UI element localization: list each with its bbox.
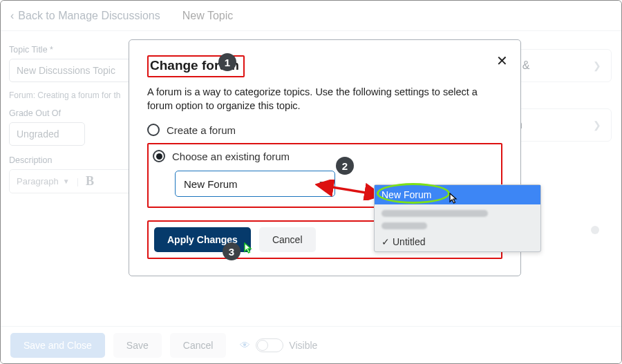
bottom-bar: Save and Close Save Cancel 👁 Visible [1,326,621,363]
topic-title-value: New Discussions Topic [17,65,115,76]
chevron-right-icon: ❯ [593,60,601,71]
grade-label: Grade Out Of [9,108,140,118]
chevron-left-icon: ‹ [10,10,14,22]
dropdown-item-label: Untitled [393,236,425,247]
callout-badge-3: 3 [223,242,241,260]
paragraph-style-label: Paragraph [17,176,59,186]
dropdown-item-label: New Forum [381,189,431,200]
visibility-toggle[interactable]: 👁 Visible [240,338,317,352]
visibility-label: Visible [289,340,317,351]
svg-line-0 [319,185,379,195]
modal-cancel-button[interactable]: Cancel [259,227,316,252]
radio-selected-icon[interactable] [153,150,165,162]
eye-icon: 👁 [240,339,250,351]
callout-badge-2: 2 [336,157,354,175]
forum-select[interactable]: New Forum ▼ [175,171,335,197]
cursor-icon [244,242,254,256]
check-icon: ✓ [381,236,390,247]
cursor-icon [449,193,459,206]
topic-title-label: Topic Title * [9,45,140,55]
dropdown-items-blurred [375,204,540,232]
top-bar: ‹ Back to Manage Discussions New Topic [1,1,621,31]
option-choose-label: Choose an existing forum [172,151,290,162]
forum-select-value: New Forum [184,178,238,190]
option-create-label: Create a forum [167,124,236,136]
chevron-down-icon: ▼ [63,178,70,185]
paragraph-style-select[interactable]: Paragraph ▼ [17,176,70,186]
page-title: New Topic [173,10,234,22]
modal-description: A forum is a way to categorize topics. U… [147,86,502,113]
dropdown-item[interactable]: ✓Untitled [375,232,540,251]
radio-unselected-icon[interactable] [147,124,160,136]
bold-icon[interactable]: B [86,174,94,189]
description-toolbar[interactable]: Paragraph ▼ | B [9,169,140,193]
save-and-close-button[interactable]: Save and Close [10,333,105,358]
cancel-button[interactable]: Cancel [170,333,227,358]
close-icon[interactable]: ✕ [496,52,508,69]
toggle-switch[interactable] [256,338,283,352]
forum-line: Forum: Creating a forum for th [9,90,140,100]
side-dot [591,226,599,234]
chevron-right-icon: ❯ [593,119,601,131]
description-label: Description [9,155,140,165]
back-link-label: Back to Manage Discussions [18,10,160,22]
back-link[interactable]: ‹ Back to Manage Discussions [1,10,173,22]
callout-badge-1: 1 [218,53,236,71]
option-choose-forum[interactable]: Choose an existing forum [153,150,494,162]
save-button[interactable]: Save [113,333,162,358]
grade-input[interactable]: Ungraded [9,122,85,146]
option-create-forum[interactable]: Create a forum [147,124,502,136]
grade-value: Ungraded [17,128,59,140]
topic-title-input[interactable]: New Discussions Topic [9,59,140,82]
